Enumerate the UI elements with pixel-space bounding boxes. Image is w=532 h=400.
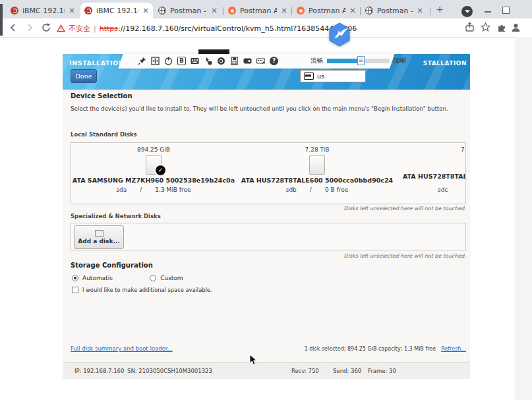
- tab-close-icon[interactable]: ×: [142, 6, 149, 15]
- keyboard-macro-icon[interactable]: [256, 57, 265, 65]
- globe-favicon-icon: [158, 7, 166, 14]
- device-selection-description: Select the device(s) you'd like to insta…: [71, 103, 464, 114]
- specialized-disks-label: Specialized & Network Disks: [71, 213, 161, 219]
- tab-postman-browse-1[interactable]: Postman - Browse ×: [154, 3, 222, 18]
- slider-handle[interactable]: [357, 56, 365, 65]
- omnibox[interactable]: 不安全 | https://192.168.7.160/src/virtualC…: [57, 22, 357, 34]
- disk-detail-row: sda / 1.3 MiB free: [116, 186, 191, 193]
- selected-check-icon: ✓: [154, 164, 167, 177]
- kvm-toolbar: B ? 流畅 清晰: [118, 53, 394, 69]
- tab-title: Postman - Browse: [377, 7, 413, 15]
- full-disk-summary-link[interactable]: Full disk summary and boot loader...: [71, 345, 173, 352]
- globe-favicon-icon: [365, 7, 373, 14]
- mini-disk-icon: [95, 230, 103, 237]
- kvm-status-bar: IP: 192.168.7.160 SN: 2103050CSH10M30013…: [63, 362, 470, 379]
- mouse-icon[interactable]: [204, 57, 212, 65]
- local-disks-label: Local Standard Disks: [71, 131, 137, 138]
- reload-icon[interactable]: [41, 22, 51, 33]
- tab-postman-api-1[interactable]: Postman API Platfo ×: [224, 3, 291, 18]
- disk-dev: sda: [116, 186, 127, 193]
- disk-dev: sdc: [438, 186, 448, 193]
- pin-icon[interactable]: [138, 57, 146, 65]
- disk-size: 7.28 TiB: [305, 146, 330, 153]
- device-selection-heading: Device Selection: [71, 92, 133, 100]
- help-icon[interactable]: ?: [270, 57, 278, 65]
- tab-close-icon[interactable]: ×: [281, 6, 287, 15]
- fullscreen-icon[interactable]: [151, 57, 160, 65]
- power-icon[interactable]: [164, 57, 173, 65]
- extensions-puzzle-icon[interactable]: [496, 22, 508, 33]
- selection-summary: 1 disk selected; 894.25 GiB capacity; 1.…: [305, 346, 436, 352]
- save-floppy-icon[interactable]: [230, 57, 239, 65]
- keyboard-b-key-icon[interactable]: B: [177, 57, 186, 65]
- installer-distro-title: STALLATION: [423, 60, 467, 67]
- kvm-remote-screen: INSTALLATION DEST STALLATION Done us B: [63, 54, 470, 379]
- custom-radio[interactable]: [150, 275, 156, 281]
- mouse-cursor-icon: [249, 354, 257, 366]
- keyboard-layout-indicator[interactable]: us: [300, 70, 366, 82]
- installer-header: INSTALLATION DEST STALLATION Done us B: [63, 54, 470, 90]
- window-maximize-button[interactable]: [502, 7, 510, 14]
- tab-separator: [291, 7, 292, 15]
- window-minimize-button[interactable]: [485, 11, 491, 13]
- disk-sep: /: [310, 186, 312, 193]
- tab-close-icon[interactable]: ×: [417, 6, 423, 15]
- disk-free: 1.3 MiB free: [155, 186, 191, 193]
- bookmark-star-icon[interactable]: [480, 22, 491, 33]
- additional-space-row: I would like to make additional space av…: [72, 287, 212, 293]
- tab-separator: [430, 7, 430, 15]
- tab-ibmc-2-active[interactable]: iBMC 192.168.7.16 ×: [80, 3, 153, 18]
- add-disk-button[interactable]: Add a disk...: [74, 225, 124, 249]
- automatic-radio[interactable]: [72, 275, 78, 281]
- tab-close-icon[interactable]: ×: [69, 6, 75, 15]
- background-window-edge: [0, 4, 3, 36]
- screenshot-root: iBMC 192.168.7.16 × iBMC 192.168.7.16 × …: [0, 0, 532, 400]
- refresh-link[interactable]: Refresh...: [441, 346, 466, 352]
- disk-sda[interactable]: 894.25 GiB ✓ ATA SAMSUNG MZ7KH960 500253…: [71, 143, 236, 204]
- forward-icon[interactable]: [24, 22, 35, 33]
- ibmc-favicon-icon: [11, 7, 18, 14]
- profile-avatar-icon[interactable]: [510, 22, 521, 33]
- local-disks-box: 894.25 GiB ✓ ATA SAMSUNG MZ7KH960 500253…: [71, 142, 466, 204]
- tab-postman-browse-2[interactable]: Postman - Browse ×: [361, 3, 427, 18]
- disk-name: ATA SAMSUNG MZ7KH960 5002538e19b24c0a: [73, 177, 235, 184]
- toolbar-collapse-handle[interactable]: [198, 49, 229, 54]
- additional-space-checkbox[interactable]: [72, 287, 78, 293]
- add-disk-label: Add a disk...: [78, 238, 119, 244]
- security-warning-label: 不安全: [69, 24, 90, 34]
- disk-sdb[interactable]: 7.28 TiB ATA HUS728T8TALE600 5000cca0bbd…: [235, 143, 399, 204]
- screen-record-icon[interactable]: [243, 57, 252, 65]
- status-send: Send: 360: [333, 368, 361, 374]
- tab-close-icon[interactable]: ×: [349, 6, 356, 15]
- spoke-footer: Full disk summary and boot loader... 1 d…: [71, 345, 466, 352]
- status-recv: Recv: 750: [291, 368, 319, 374]
- storage-configuration-heading: Storage Configuration: [71, 262, 153, 269]
- new-tab-button[interactable]: +: [434, 4, 446, 16]
- status-sn: SN: 2103050CSH10M3001323: [127, 368, 212, 374]
- slider-fill: [327, 59, 361, 63]
- additional-space-label: I would like to make additional space av…: [82, 287, 212, 293]
- tab-ibmc-1[interactable]: iBMC 192.168.7.16 ×: [7, 3, 79, 18]
- disk-dev: sdb: [286, 186, 297, 193]
- postman-favicon-icon: [228, 7, 236, 14]
- browser-tab-bar: iBMC 192.168.7.16 × iBMC 192.168.7.16 × …: [0, 0, 532, 18]
- quality-slider[interactable]: [327, 59, 390, 63]
- desktop-strip: [515, 37, 532, 400]
- ibmc-favicon-icon: [84, 7, 92, 14]
- status-frame: Frame: 30: [368, 368, 396, 374]
- tab-postman-api-2[interactable]: Postman API Platfo ×: [293, 3, 360, 18]
- tab-close-icon[interactable]: ×: [211, 6, 218, 15]
- disk-sdc[interactable]: 7 ATA HUS728T8TAL sdc: [398, 143, 466, 204]
- back-icon[interactable]: [8, 22, 18, 33]
- browser-menu-circle-button[interactable]: [461, 6, 473, 17]
- soft-keyboard-icon[interactable]: [191, 57, 199, 65]
- tab-title: Postman - Browse: [170, 7, 207, 15]
- omnibox-divider: |: [94, 24, 96, 33]
- storage-config-radios: Automatic Custom: [72, 275, 183, 281]
- disk-size: 894.25 GiB: [137, 146, 170, 153]
- share-icon[interactable]: [464, 22, 475, 33]
- disk-sep: /: [140, 186, 142, 193]
- slider-sharp-label: 清晰: [394, 57, 406, 65]
- done-button[interactable]: Done: [71, 69, 97, 83]
- cd-rom-icon[interactable]: [217, 57, 225, 65]
